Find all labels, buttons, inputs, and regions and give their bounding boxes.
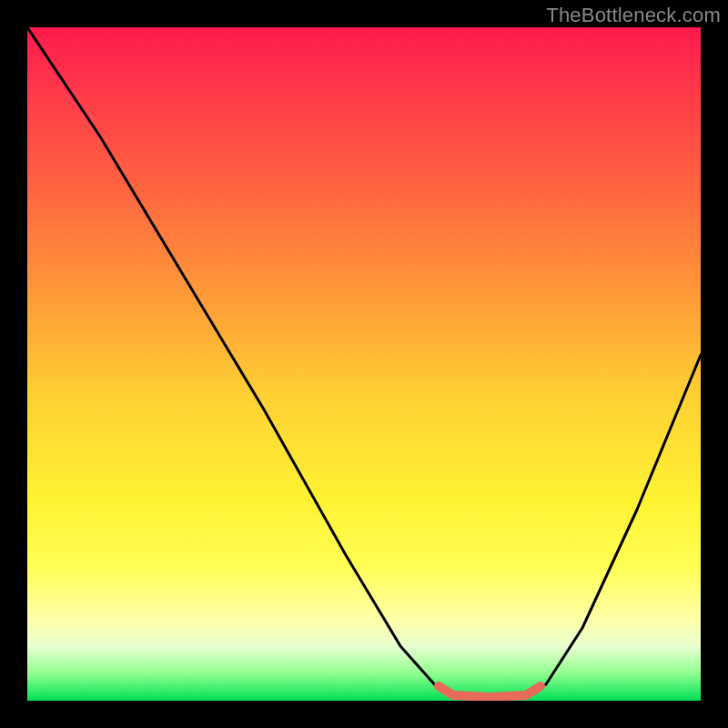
chart-frame: TheBottleneck.com xyxy=(0,0,728,728)
optimal-range-marker xyxy=(439,686,541,697)
watermark-text: TheBottleneck.com xyxy=(546,4,721,27)
chart-svg xyxy=(27,27,701,701)
bottleneck-curve-line xyxy=(27,27,701,699)
plot-area xyxy=(27,27,701,701)
